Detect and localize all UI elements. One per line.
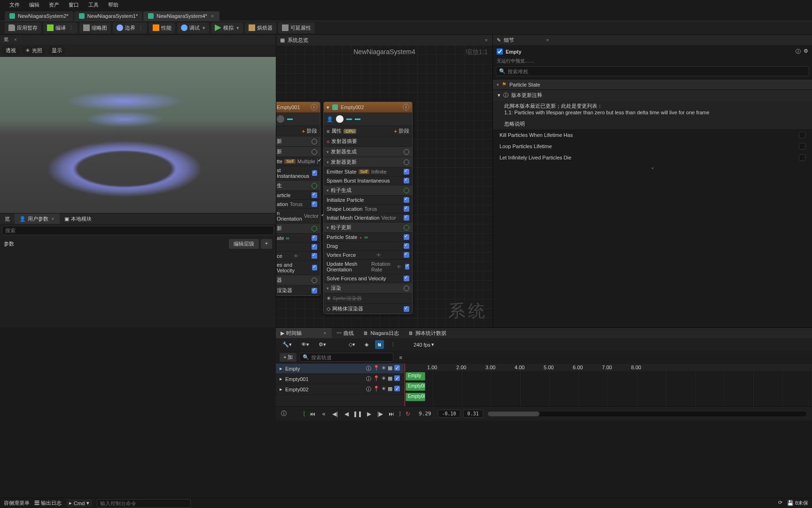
output-log-button[interactable]: ☰ 输出日志 [34, 500, 62, 507]
wrench-button[interactable]: 🔧▾ [280, 341, 295, 349]
eye-icon[interactable]: 👁 [294, 254, 298, 259]
checkbox[interactable] [312, 170, 317, 176]
initialize-particle-row[interactable]: Initialize Particle [324, 195, 412, 204]
sprite-renderer-row[interactable]: ✳Sprite渲染器 [324, 293, 412, 303]
search-input[interactable] [508, 69, 806, 74]
cmd-dropdown[interactable]: ▸Cmd ▾ [66, 499, 92, 507]
unsaved-indicator[interactable]: 💾 8未保 [787, 500, 808, 507]
emitter-state-row[interactable]: Emitter State Self Infinite [324, 167, 412, 176]
spawn-burst-row[interactable]: Spawn Burst Instantaneous [324, 176, 412, 185]
range-start-input[interactable]: -0.10 [438, 410, 461, 418]
info-icon[interactable]: ⓘ [366, 365, 371, 372]
preview-viewport[interactable]: ↖ [0, 57, 276, 213]
thumbnail-button[interactable]: 缩略图 [79, 23, 111, 33]
checkbox[interactable] [799, 143, 805, 150]
checkbox[interactable] [404, 306, 409, 312]
chevron-down-icon[interactable]: ▾ [327, 150, 329, 154]
scalability-button[interactable]: 可延展性 [278, 23, 315, 33]
clip-empty[interactable]: Empty [406, 372, 425, 381]
checkbox[interactable] [312, 265, 317, 270]
close-icon[interactable]: × [13, 37, 18, 42]
timeline-scrollbar[interactable] [488, 412, 806, 416]
checkbox[interactable] [799, 132, 805, 138]
scrollbar-thumb[interactable] [488, 412, 539, 416]
vortex-force-row[interactable]: Vortex Force👁 [324, 250, 412, 259]
chevron-down-icon[interactable]: ▾ [327, 160, 329, 165]
checkbox[interactable]: ✓ [394, 365, 400, 371]
chevron-right-icon[interactable]: ▸ [280, 376, 282, 382]
edit-layers-button[interactable]: 编辑层级 [229, 239, 259, 249]
pin-icon[interactable]: 📍 [373, 365, 380, 372]
emitter-node-empty001[interactable]: Empty001i +阶段 新 新 tte Self Multiple st I… [276, 102, 320, 296]
time-ruler[interactable]: 1.00 2.00 3.00 4.00 5.00 6.00 7.00 8.00 [404, 364, 812, 371]
timeline-canvas[interactable]: 1.00 2.00 3.00 4.00 5.00 6.00 7.00 8.00 … [404, 364, 812, 406]
system-overview-tab[interactable]: ▦系统总览× [276, 35, 492, 45]
chevron-down-icon[interactable]: ▾ [327, 286, 329, 291]
sim-target-icon[interactable] [336, 115, 344, 123]
emitter-node-empty002[interactable]: ▾Empty002i 👤 ≡属性 CPU+ 阶段 ≡发射器摘要 ▾发射器生成 ▾… [323, 102, 413, 314]
curves-tab[interactable]: 〰曲线 [332, 328, 359, 338]
checkbox[interactable] [405, 264, 409, 270]
menu-asset[interactable]: 资产 [49, 1, 59, 8]
niagara-log-tab[interactable]: 🗎Niagara日志 [359, 328, 404, 338]
file-tab[interactable]: NewNiagaraSystem1* [74, 11, 143, 21]
close-icon[interactable]: × [545, 37, 550, 43]
reverse-button[interactable]: ◀| [331, 410, 339, 418]
view-button[interactable]: 👁▾ [298, 341, 312, 349]
baker-button[interactable]: 烘焙器 [245, 23, 276, 33]
track-search[interactable]: 🔍 [299, 353, 393, 362]
category-particle-state[interactable]: ▾⚑Particle State [493, 79, 812, 90]
script-stats-tab[interactable]: 🗎脚本统计数据 [404, 328, 451, 338]
info-icon[interactable]: ⓘ [280, 410, 288, 418]
close-icon[interactable]: × [50, 216, 55, 222]
timeline-tab[interactable]: ▶时间轴× [276, 328, 332, 338]
checkbox[interactable] [312, 253, 317, 259]
checkbox[interactable] [312, 235, 317, 241]
search-input[interactable] [311, 354, 390, 360]
checkbox[interactable] [404, 178, 409, 183]
compile-button[interactable]: 编译⋮ [43, 23, 78, 33]
add-parameter-button[interactable]: + [261, 239, 272, 249]
console-input[interactable] [97, 499, 191, 508]
playhead[interactable] [405, 364, 405, 406]
update-mesh-orientation-row[interactable]: Update Mesh Orientation Rotation Rate👁 [324, 259, 412, 274]
person-icon[interactable]: 👤 [327, 116, 333, 122]
info-icon[interactable]: i [403, 104, 409, 111]
chevron-down-icon[interactable]: ▾ [327, 104, 329, 111]
fps-selector[interactable]: 240 fps ▾ [411, 341, 437, 349]
go-to-start-button[interactable]: ⏮ [308, 410, 317, 418]
chevron-down-icon[interactable]: ▾ [203, 25, 205, 31]
loop-button[interactable]: ↻ [404, 410, 412, 418]
clip-empty002[interactable]: Empty002 [406, 393, 425, 401]
show-button[interactable]: 显示 [48, 46, 66, 55]
user-parameters-tab[interactable]: 👤用户参数× [15, 214, 60, 224]
checkbox[interactable]: ✓ [394, 375, 400, 381]
eye-icon[interactable]: 👁 [397, 264, 401, 270]
checkbox[interactable] [404, 243, 409, 249]
chevron-down-icon[interactable]: ▾ [236, 25, 239, 31]
range-end-marker[interactable]: ⟧ [398, 411, 401, 417]
menu-tools[interactable]: 工具 [88, 1, 99, 8]
checkbox[interactable] [312, 201, 317, 207]
lit-mode-button[interactable]: ☀光照 [22, 46, 46, 55]
track-row[interactable]: ▸Empty002ⓘ📍✳▦✓ [276, 384, 404, 395]
version-note-header[interactable]: ▾版本更新注释 [493, 90, 812, 101]
add-stage-icon[interactable]: + [302, 128, 305, 134]
snap-options[interactable]: ⋮ [388, 341, 398, 349]
menu-file[interactable]: 文件 [9, 1, 20, 8]
particle-state-row[interactable]: Particle State ⬩ ∞ [324, 232, 412, 241]
next-frame-button[interactable]: ▶ [365, 410, 373, 418]
checkbox[interactable] [404, 206, 409, 212]
search-input[interactable] [5, 228, 271, 233]
prev-frame-button[interactable]: ◀ [342, 410, 351, 418]
info-icon[interactable] [796, 48, 801, 55]
snap-toggle[interactable]: ɴ [375, 340, 384, 349]
file-tab[interactable]: NewNiagaraSystem2* [5, 11, 73, 21]
shape-location-row[interactable]: Shape Location Torus [324, 204, 412, 213]
checkbox[interactable] [312, 288, 317, 294]
mesh-renderer-row[interactable]: ◇网格体渲染器 [324, 303, 412, 314]
pause-button[interactable]: ❚❚ [353, 410, 362, 418]
range-end-input[interactable]: 0.31 [463, 410, 483, 418]
chevron-down-icon[interactable]: ⋮ [69, 25, 74, 31]
checkbox[interactable] [404, 215, 409, 221]
